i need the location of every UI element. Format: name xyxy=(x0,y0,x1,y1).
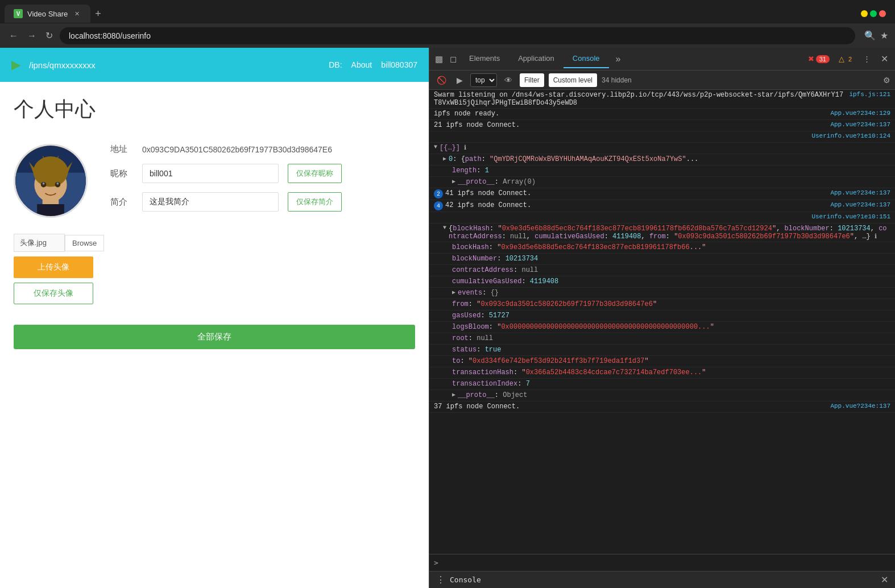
new-tab-button[interactable]: + xyxy=(90,6,106,22)
console-line: Userinfo.vue?1e10:151 xyxy=(429,212,895,223)
save-bio-button[interactable]: 仅保存简介 xyxy=(288,192,342,212)
bottom-bar-close[interactable]: ✕ xyxy=(881,574,888,585)
page-content: 个人中心 xyxy=(0,82,429,363)
devtools-controls: ✖ 31 △ 2 ⋮ ✕ xyxy=(805,51,893,67)
svg-point-13 xyxy=(56,183,59,185)
svg-rect-14 xyxy=(37,204,64,216)
console-line-array[interactable]: ▼ [{…}] ℹ xyxy=(429,143,895,154)
hidden-count: 34 hidden xyxy=(602,76,632,84)
save-all-button[interactable]: 全部保存 xyxy=(14,325,415,349)
devtools-error-count[interactable]: ✖ 31 xyxy=(805,52,833,65)
browser-chrome: V Video Share ✕ + ← → ↻ 🔍 ★ xyxy=(0,0,895,48)
tab-title: Video Share xyxy=(27,10,68,18)
address-bar: ← → ↻ 🔍 ★ xyxy=(0,23,895,48)
console-line-prop: root: null xyxy=(429,333,895,345)
bio-label: 简介 xyxy=(110,197,133,208)
devtools-tabs: ▩ ◻ Elements Application Console » ✖ 31 … xyxy=(429,48,895,71)
refresh-button[interactable]: ↻ xyxy=(43,29,55,42)
expand-arrow[interactable]: ▶ xyxy=(452,289,455,297)
browse-button[interactable]: Browse xyxy=(65,235,104,251)
clear-console-button[interactable]: 🚫 xyxy=(434,74,449,86)
expand-arrow[interactable]: ▶ xyxy=(443,155,446,164)
about-button[interactable]: About xyxy=(351,60,372,69)
console-filter-icon[interactable]: ▶ xyxy=(454,74,466,86)
devtools-mobile-icon[interactable]: ◻ xyxy=(446,52,460,67)
source-link[interactable]: App.vue?234e:129 xyxy=(826,110,890,118)
address-label: 地址 xyxy=(110,144,133,155)
bio-row: 简介 仅保存简介 xyxy=(110,192,342,212)
console-line-prop: transactionHash: "0x366a52b4483c84cdcae7… xyxy=(429,367,895,379)
source-link[interactable]: App.vue?234e:137 xyxy=(826,189,890,198)
back-button[interactable]: ← xyxy=(7,30,20,42)
expand-arrow[interactable]: ▶ xyxy=(452,391,455,400)
expand-arrow[interactable]: ▼ xyxy=(443,225,446,241)
expand-arrow[interactable]: ▼ xyxy=(434,144,437,152)
devtools-more-tabs[interactable]: » xyxy=(611,52,625,67)
app-path: /ipns/qmxxxxxxxx xyxy=(29,60,96,70)
custom-level-button[interactable]: Custom level xyxy=(549,73,597,87)
console-line-prop[interactable]: ▶ events: {} xyxy=(429,288,895,299)
bottom-bar-menu[interactable]: ⋮ xyxy=(436,574,445,585)
close-window-button[interactable] xyxy=(879,10,886,17)
maximize-button[interactable] xyxy=(870,10,877,17)
expand-arrow[interactable]: ▶ xyxy=(452,178,455,187)
console-prompt: > xyxy=(434,558,438,567)
address-value: 0x093C9DA3501C580262b69f71977B30d3d98647… xyxy=(142,145,332,154)
devtools-close-button[interactable]: ✕ xyxy=(876,51,893,67)
source-link[interactable]: ipfs.js:121 xyxy=(844,91,890,107)
console-line-proto[interactable]: ▶ __proto__: Object xyxy=(429,390,895,401)
webpage: ▶ /ipns/qmxxxxxxxx DB: About bill080307 … xyxy=(0,48,429,588)
tab-console[interactable]: Console xyxy=(563,49,609,68)
console-line-prop: status: true xyxy=(429,345,895,356)
avatar xyxy=(14,144,88,218)
console-toolbar: 🚫 ▶ top 👁 Filter Custom level 34 hidden … xyxy=(429,71,895,90)
tab-elements[interactable]: Elements xyxy=(460,49,509,68)
db-button[interactable]: DB: xyxy=(329,60,342,69)
settings-icon[interactable]: ⚙ xyxy=(883,76,890,85)
address-input[interactable] xyxy=(60,27,855,44)
devtools-menu-button[interactable]: ⋮ xyxy=(860,52,874,65)
devtools-device-icon[interactable]: ▩ xyxy=(432,52,446,67)
devtools-bottom-bar: ⋮ Console ✕ xyxy=(429,571,895,588)
page-title: 个人中心 xyxy=(14,96,415,123)
console-line-object[interactable]: ▼ {blockHash: "0x9e3d5e6b88d5ec8c764f183… xyxy=(429,223,895,242)
main-area: ▶ /ipns/qmxxxxxxxx DB: About bill080307 … xyxy=(0,48,895,588)
warning-icon: △ xyxy=(839,55,844,63)
bio-input[interactable] xyxy=(142,192,279,212)
context-select[interactable]: top xyxy=(470,73,497,87)
nickname-label: 昵称 xyxy=(110,168,133,179)
console-line-proto[interactable]: ▶ __proto__: Array(0) xyxy=(429,177,895,188)
user-menu[interactable]: bill080307 xyxy=(381,60,417,69)
eye-icon[interactable]: 👁 xyxy=(502,74,515,86)
save-nickname-button[interactable]: 仅保存昵称 xyxy=(288,164,342,183)
minimize-button[interactable] xyxy=(861,10,868,17)
nickname-input[interactable] xyxy=(142,164,279,183)
devtools-warning-count[interactable]: △ 2 xyxy=(835,52,857,65)
file-input-row: 头像.jpg Browse xyxy=(14,234,415,252)
file-name-display: 头像.jpg xyxy=(14,234,65,252)
source-link[interactable]: App.vue?234e:137 xyxy=(826,403,890,411)
tab-close-button[interactable]: ✕ xyxy=(72,9,81,18)
source-link[interactable]: Userinfo.vue?1e10:151 xyxy=(807,213,890,222)
repeat-badge: 4 xyxy=(434,201,443,210)
source-link[interactable]: Userinfo.vue?1e10:124 xyxy=(807,132,890,141)
active-tab[interactable]: V Video Share ✕ xyxy=(5,5,90,23)
console-input[interactable] xyxy=(442,558,890,567)
toolbar-icons: 🔍 ★ xyxy=(864,30,888,41)
forward-button[interactable]: → xyxy=(25,30,39,42)
console-line-item[interactable]: ▶ 0: {path: "QmYDRjCQMRoWxBVBYHUhAMAqAou… xyxy=(429,154,895,165)
search-icon[interactable]: 🔍 xyxy=(864,30,876,41)
filter-button[interactable]: Filter xyxy=(520,73,544,87)
tab-application[interactable]: Application xyxy=(509,49,563,68)
console-line: ipfs node ready. App.vue?234e:129 xyxy=(429,109,895,120)
source-link[interactable]: App.vue?234e:137 xyxy=(826,201,890,210)
console-line-prop: length: 1 xyxy=(429,165,895,177)
console-line-prop: blockNumber: 10213734 xyxy=(429,254,895,265)
user-form: 地址 0x093C9DA3501C580262b69f71977B30d3d98… xyxy=(110,144,342,212)
source-link[interactable]: App.vue?234e:137 xyxy=(826,121,890,130)
address-row: 地址 0x093C9DA3501C580262b69f71977B30d3d98… xyxy=(110,144,342,155)
upload-avatar-button[interactable]: 上传头像 xyxy=(14,256,93,278)
save-avatar-button[interactable]: 仅保存头像 xyxy=(14,283,93,304)
bookmark-icon[interactable]: ★ xyxy=(880,30,888,41)
console-output[interactable]: Swarm listening on /dns4/ws-star.discove… xyxy=(429,90,895,554)
